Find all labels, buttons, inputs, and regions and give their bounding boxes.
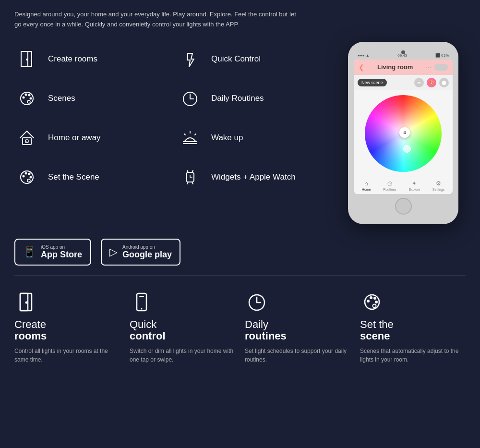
svg-point-46 bbox=[375, 301, 378, 303]
ios-btn-top: iOS app on bbox=[41, 244, 82, 250]
phone-nav-home-label: Home bbox=[362, 188, 371, 191]
quick-control-title-2: control bbox=[130, 330, 166, 342]
android-btn-bottom: Google play bbox=[122, 250, 172, 260]
bottom-create-rooms-title: Create rooms bbox=[14, 319, 47, 342]
phone-camera bbox=[401, 50, 405, 54]
phone-nav-settings-label: Settings bbox=[432, 188, 444, 191]
torch-icon bbox=[178, 47, 203, 72]
clock-icon bbox=[178, 86, 203, 111]
bottom-clock-icon bbox=[245, 290, 269, 314]
create-rooms-desc: Control all lights in your rooms at the … bbox=[14, 347, 120, 364]
quick-control-desc: Switch or dim all lights in your home wi… bbox=[130, 347, 235, 364]
set-scene-title-2: scene bbox=[360, 330, 394, 342]
bottom-quick-control-title: Quick control bbox=[130, 319, 166, 342]
phone-screen: ❮ Living room ··· New scene ☰ 🎨 bbox=[354, 60, 453, 194]
svg-point-24 bbox=[30, 176, 32, 178]
phone-options-btn[interactable]: ··· bbox=[426, 63, 432, 71]
daily-routines-title-2: routines bbox=[245, 330, 287, 342]
palette2-icon bbox=[14, 165, 39, 190]
svg-point-38 bbox=[141, 308, 143, 309]
svg-point-5 bbox=[25, 93, 27, 96]
header-description: Designed around you, your home and your … bbox=[14, 10, 302, 30]
phone-settings-nav-icon: ⚙ bbox=[436, 180, 441, 187]
color-wheel[interactable]: 4 bbox=[365, 95, 442, 172]
svg-point-2 bbox=[26, 59, 28, 61]
phone-room-title: Living room bbox=[377, 63, 413, 71]
svg-point-47 bbox=[373, 304, 376, 307]
svg-point-43 bbox=[367, 300, 370, 303]
svg-point-21 bbox=[23, 175, 25, 177]
ios-btn-bottom: App Store bbox=[41, 250, 82, 260]
phone-list-icon[interactable]: ☰ bbox=[414, 78, 424, 87]
bottom-phone-icon bbox=[130, 290, 154, 314]
quick-control-title-1: Quick bbox=[130, 319, 166, 330]
svg-point-23 bbox=[28, 172, 31, 175]
scenes-label: Scenes bbox=[48, 94, 75, 103]
create-rooms-title-1: Create bbox=[14, 319, 47, 330]
phone-nav-routines[interactable]: ◷ Routines bbox=[383, 180, 396, 191]
android-app-button[interactable]: ▷ Android app on Google play bbox=[101, 239, 180, 266]
bottom-door-icon bbox=[14, 290, 38, 314]
home-lock-icon bbox=[14, 125, 39, 150]
section-divider bbox=[14, 275, 466, 276]
create-rooms-title-2: rooms bbox=[14, 330, 47, 342]
svg-point-25 bbox=[27, 179, 30, 182]
phone-nav-settings[interactable]: ⚙ Settings bbox=[432, 180, 444, 191]
apple-icon: 📱 bbox=[23, 246, 36, 258]
phone-color-icon[interactable]: ⬤ bbox=[439, 78, 449, 87]
main-wrapper: Designed around you, your home and your … bbox=[0, 0, 480, 374]
feature-scenes: Scenes bbox=[14, 81, 168, 116]
features-grid: Create rooms Quick Control bbox=[14, 42, 331, 224]
sunrise-icon bbox=[178, 125, 203, 150]
svg-point-44 bbox=[370, 296, 372, 299]
phone-status-left: ●●● ▲ bbox=[358, 53, 370, 58]
phone-toggle-area: ··· bbox=[426, 63, 448, 71]
svg-line-16 bbox=[184, 134, 185, 135]
phone-home-nav-icon: ⌂ bbox=[365, 180, 368, 187]
phone-status-right: ⬛ 61% bbox=[435, 53, 449, 58]
bottom-feature-quick-control: Quick control Switch or dim all lights i… bbox=[130, 290, 235, 364]
svg-point-6 bbox=[28, 94, 31, 96]
create-rooms-label: Create rooms bbox=[48, 54, 97, 64]
feature-quick-control: Quick Control bbox=[178, 42, 331, 76]
set-scene-label: Set the Scene bbox=[48, 172, 99, 182]
wake-up-label: Wake up bbox=[211, 133, 243, 143]
top-section: Create rooms Quick Control bbox=[14, 42, 466, 224]
svg-point-8 bbox=[27, 100, 30, 103]
daily-routines-desc: Set light schedules to support your dail… bbox=[245, 347, 350, 364]
daily-routines-label: Daily Routines bbox=[211, 94, 264, 103]
phone-explore-nav-icon: ✦ bbox=[412, 180, 417, 187]
ios-app-button[interactable]: 📱 iOS app on App Store bbox=[14, 239, 91, 266]
phone-nav-explore[interactable]: ✦ Explore bbox=[408, 180, 420, 191]
color-wheel-container: 4 bbox=[354, 90, 453, 177]
svg-point-22 bbox=[25, 172, 27, 174]
color-marker-2 bbox=[403, 145, 411, 153]
bottom-palette-icon bbox=[360, 290, 384, 314]
set-scene-title-1: Set the bbox=[360, 319, 394, 330]
phone-palette-icon[interactable]: 🎨 bbox=[427, 78, 436, 87]
phone-new-scene-btn[interactable]: New scene bbox=[358, 79, 387, 86]
phone-routines-nav-icon: ◷ bbox=[387, 180, 392, 187]
app-buttons: 📱 iOS app on App Store ▷ Android app on … bbox=[14, 239, 466, 266]
android-btn-top: Android app on bbox=[122, 244, 172, 250]
phone-nav-home[interactable]: ⌂ Home bbox=[362, 180, 371, 191]
feature-create-rooms: Create rooms bbox=[14, 42, 168, 76]
feature-widgets-apple: Widgets + Apple Watch bbox=[178, 160, 331, 194]
phone-power-toggle[interactable] bbox=[434, 64, 448, 71]
phone-nav-explore-label: Explore bbox=[408, 188, 420, 191]
phone-scene-bar: New scene ☰ 🎨 ⬤ bbox=[354, 75, 453, 90]
phone-back-btn[interactable]: ❮ bbox=[359, 63, 364, 71]
google-play-icon: ▷ bbox=[109, 246, 118, 258]
bottom-feature-set-scene: Set the scene Scenes that automatically … bbox=[360, 290, 466, 364]
phone-nav: ⌂ Home ◷ Routines ✦ Explore ⚙ bbox=[354, 177, 453, 194]
home-away-label: Home or away bbox=[48, 133, 101, 143]
palette-icon bbox=[14, 86, 39, 111]
phone-scene-icons: ☰ 🎨 ⬤ bbox=[414, 78, 449, 87]
door-icon bbox=[14, 47, 39, 72]
phone-home-button[interactable] bbox=[395, 198, 412, 215]
bottom-feature-create-rooms: Create rooms Control all lights in your … bbox=[14, 290, 120, 364]
bottom-feature-daily-routines: Daily routines Set light schedules to su… bbox=[245, 290, 350, 364]
feature-home-away: Home or away bbox=[14, 121, 168, 155]
set-scene-desc: Scenes that automatically adjust to the … bbox=[360, 347, 466, 364]
color-marker-4: 4 bbox=[399, 127, 410, 138]
